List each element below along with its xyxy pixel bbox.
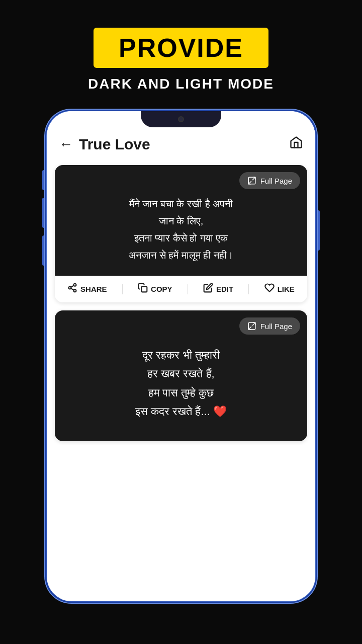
heart-emoji: ❤️	[213, 405, 227, 418]
card-2: Full Page दूर रहकर भी तुम्हारी हर खबर रख…	[55, 310, 307, 441]
subtitle-text: DARK AND LIGHT MODE	[88, 76, 274, 92]
share-icon	[67, 283, 77, 295]
svg-rect-8	[142, 287, 147, 292]
like-button[interactable]: LIKE	[264, 283, 295, 295]
like-label: LIKE	[278, 285, 295, 293]
phone-frame: ← True Love	[45, 110, 317, 603]
full-page-label-2: Full Page	[260, 322, 292, 331]
copy-button[interactable]: COPY	[138, 283, 172, 295]
share-label: SHARE	[80, 285, 107, 293]
phone-inner: ← True Love	[47, 111, 315, 601]
provide-badge: PROVIDE	[94, 28, 268, 68]
svg-line-10	[252, 323, 255, 325]
card-1-bg: Full Page मैंने जान बचा के रखी है अपनी ज…	[55, 165, 307, 276]
top-section: PROVIDE DARK AND LIGHT MODE	[0, 0, 362, 105]
camera	[178, 116, 184, 122]
cards-container: Full Page मैंने जान बचा के रखी है अपनी ज…	[47, 161, 315, 445]
card-2-bg: Full Page दूर रहकर भी तुम्हारी हर खबर रख…	[55, 310, 307, 441]
like-icon	[264, 283, 275, 295]
edit-button[interactable]: EDIT	[203, 283, 233, 295]
card-1-text: मैंने जान बचा के रखी है अपनी जान के लिए,…	[65, 195, 297, 264]
side-button-power	[317, 210, 320, 251]
svg-line-11	[248, 327, 251, 330]
svg-line-1	[252, 177, 255, 180]
divider-1	[122, 284, 123, 294]
copy-icon	[138, 283, 148, 295]
full-page-label-1: Full Page	[260, 177, 292, 185]
edit-label: EDIT	[216, 285, 233, 293]
divider-2	[188, 284, 188, 294]
share-button[interactable]: SHARE	[67, 283, 107, 295]
notch	[141, 111, 221, 127]
card-2-text: दूर रहकर भी तुम्हारी हर खबर रखते हैं, हम…	[65, 346, 297, 421]
badge-text: PROVIDE	[119, 33, 243, 62]
svg-line-6	[71, 288, 74, 290]
edit-icon	[203, 283, 213, 295]
divider-3	[248, 284, 249, 294]
phone-mockup: ← True Love	[45, 110, 317, 603]
page-title: True Love	[79, 136, 150, 153]
home-icon[interactable]	[289, 135, 303, 153]
card-1-action-bar: SHARE COPY	[55, 276, 307, 302]
header-left: ← True Love	[59, 136, 150, 153]
full-page-button-2[interactable]: Full Page	[239, 317, 300, 335]
card-1: Full Page मैंने जान बचा के रखी है अपनी ज…	[55, 165, 307, 302]
full-page-button-1[interactable]: Full Page	[239, 172, 300, 189]
svg-line-7	[71, 285, 74, 287]
copy-label: COPY	[151, 285, 172, 293]
back-button[interactable]: ←	[59, 136, 73, 152]
svg-line-2	[248, 182, 251, 184]
screen-content: ← True Love	[47, 111, 315, 601]
